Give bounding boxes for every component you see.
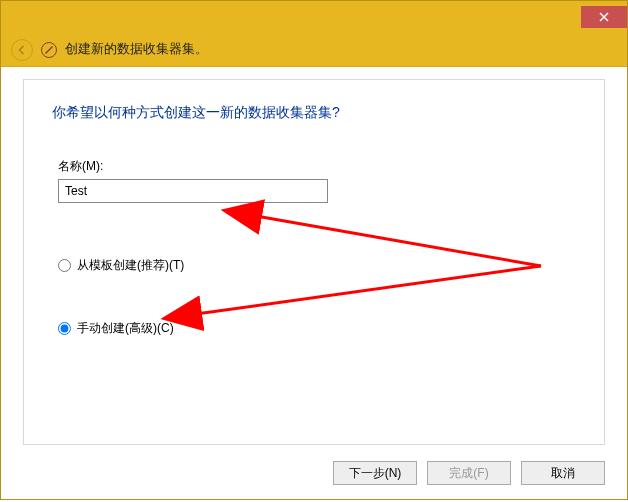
cancel-button[interactable]: 取消	[521, 461, 605, 485]
name-label: 名称(M):	[58, 158, 576, 175]
name-input[interactable]	[58, 179, 328, 203]
radio-template-option[interactable]: 从模板创建(推荐)(T)	[58, 257, 576, 274]
finish-button: 完成(F)	[427, 461, 511, 485]
radio-template-label: 从模板创建(推荐)(T)	[77, 257, 184, 274]
arrow-left-icon	[17, 45, 27, 55]
title-bar	[1, 1, 627, 33]
next-button[interactable]: 下一步(N)	[333, 461, 417, 485]
wizard-header: 创建新的数据收集器集。	[1, 33, 627, 67]
close-button[interactable]	[581, 6, 627, 28]
wizard-button-bar: 下一步(N) 完成(F) 取消	[333, 461, 605, 485]
wizard-question: 你希望以何种方式创建这一新的数据收集器集?	[52, 104, 576, 122]
radio-template-input[interactable]	[58, 259, 71, 272]
svg-line-2	[46, 46, 53, 53]
close-icon	[599, 12, 609, 22]
wizard-title: 创建新的数据收集器集。	[65, 41, 208, 58]
creation-method-radio-group: 从模板创建(推荐)(T) 手动创建(高级)(C)	[58, 257, 576, 337]
prohibit-icon	[41, 42, 57, 58]
wizard-window: 创建新的数据收集器集。 你希望以何种方式创建这一新的数据收集器集? 名称(M):…	[0, 0, 628, 500]
content-panel: 你希望以何种方式创建这一新的数据收集器集? 名称(M): 从模板创建(推荐)(T…	[23, 79, 605, 445]
radio-manual-input[interactable]	[58, 322, 71, 335]
radio-manual-option[interactable]: 手动创建(高级)(C)	[58, 320, 576, 337]
back-button[interactable]	[11, 39, 33, 61]
radio-manual-label: 手动创建(高级)(C)	[77, 320, 174, 337]
